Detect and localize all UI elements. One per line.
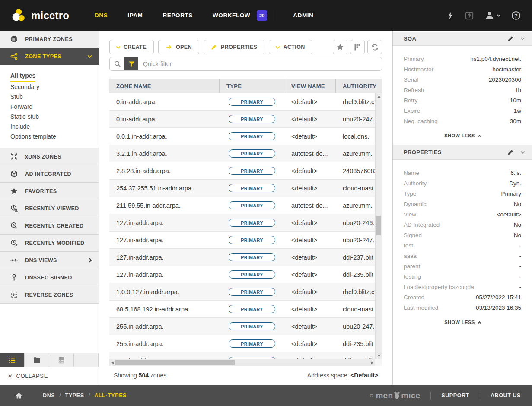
property-key: Last modified — [404, 303, 438, 313]
sidebar-tab-server[interactable] — [49, 353, 74, 367]
zone-type-filter-include[interactable]: Include — [10, 122, 99, 132]
property-key: Serial — [404, 75, 419, 85]
view-name-cell: <default> — [284, 271, 336, 278]
table-row[interactable]: 127.in-addr.arpa.PRIMARY<default>ubu20-2… — [109, 232, 382, 249]
table-row[interactable]: 127.in-addr.arpa.PRIMARY<default>ubu20-2… — [109, 214, 382, 232]
open-button[interactable]: OPEN — [158, 40, 199, 54]
sidebar-item-recently-created[interactable]: RECENTLY CREATED — [0, 217, 99, 235]
soa-show-less-button[interactable]: SHOW LESS — [393, 128, 532, 145]
quick-filter-input[interactable] — [138, 60, 382, 67]
properties-show-less-button[interactable]: SHOW LESS — [393, 315, 532, 331]
table-row[interactable]: 1.0.0.127.in-addr.arpa.PRIMARY<default>r… — [109, 283, 382, 301]
collapse-button[interactable]: « COLLAPSE — [0, 367, 99, 385]
table-row[interactable]: 254.37.255.51.in-addr.arpa.PRIMARY<defau… — [109, 180, 382, 197]
xdns-icon — [10, 153, 18, 160]
support-link[interactable]: SUPPORT — [441, 393, 469, 399]
action-button[interactable]: ACTION — [269, 40, 312, 54]
breadcrumb-item-dns[interactable]: DNS — [43, 393, 55, 399]
zone-type-filter-static-stub[interactable]: Static-stub — [10, 112, 99, 122]
sidebar-tab-list[interactable] — [0, 353, 25, 367]
table-row[interactable]: 0.0.1.in-addr.arpa.PRIMARY<default>local… — [109, 128, 382, 145]
zone-type-filter-options-template[interactable]: Options template — [10, 132, 99, 142]
help-icon[interactable]: ? — [511, 11, 521, 20]
funnel-icon — [128, 61, 135, 67]
table-row[interactable]: 68.5.168.192.in-addr.arpa.PRIMARY<defaul… — [109, 301, 382, 318]
column-header-type[interactable]: TYPE — [220, 79, 284, 93]
home-icon[interactable] — [15, 392, 22, 399]
breadcrumb-item-all-types[interactable]: ALL-TYPES — [94, 393, 127, 399]
property-key: parent — [404, 261, 420, 272]
scroll-up-button[interactable] — [376, 93, 382, 100]
create-button[interactable]: CREATE — [109, 40, 154, 54]
server-icon — [58, 357, 65, 364]
horizontal-scrollbar[interactable] — [109, 359, 375, 366]
edit-pencil-icon[interactable] — [507, 149, 514, 155]
breadcrumb-separator: / — [59, 393, 61, 399]
sidebar-item-recently-viewed[interactable]: RECENTLY VIEWED — [0, 200, 99, 217]
breadcrumb-item-types[interactable]: TYPES — [65, 393, 84, 399]
about-us-link[interactable]: ABOUT US — [491, 393, 521, 399]
favorite-star-button[interactable] — [333, 40, 347, 54]
zone-name-cell: 255.in-addr.arpa. — [109, 323, 220, 330]
sidebar-item-xdns-zones[interactable]: xDNS ZONES — [0, 148, 99, 165]
column-header-zone-name[interactable]: ZONE NAME — [109, 79, 220, 93]
scroll-right-button[interactable] — [369, 359, 375, 366]
table-row[interactable]: 127.in-addr.arpa.PRIMARY<default>ddi-235… — [109, 266, 382, 283]
zone-type-filter-forward[interactable]: Forward — [10, 102, 99, 112]
properties-button[interactable]: PROPERTIES — [204, 40, 265, 54]
micetro-logo[interactable]: micetro — [11, 8, 85, 23]
sidebar-item-reverse-zones[interactable]: REVERSE ZONES — [0, 286, 99, 304]
sidebar-item-ad-integrated[interactable]: AD INTEGRATED — [0, 165, 99, 183]
horizontal-scroll-thumb[interactable] — [115, 360, 235, 365]
nav-item-ipam[interactable]: IPAM — [127, 12, 143, 19]
table-row[interactable]: 211.59.55.in-addr.arpa.PRIMARYautotest-d… — [109, 197, 382, 214]
scroll-down-button[interactable] — [376, 352, 382, 359]
footer: DNS/TYPES/ALL-TYPES © men mice SUPPORT A… — [0, 385, 532, 406]
column-header-authority[interactable]: AUTHORITY — [336, 79, 382, 93]
sidebar-item-dnssec-signed[interactable]: DNSSEC SIGNED — [0, 269, 99, 286]
sidebar-tab-folder[interactable] — [25, 353, 49, 367]
sidebar-item-favorites[interactable]: FAVORITES — [0, 183, 99, 200]
table-row[interactable]: 0.in-addr.arpa.PRIMARY<default>rhel9.bli… — [109, 93, 382, 111]
chevron-down-icon[interactable] — [521, 36, 525, 40]
menandmice-logo[interactable]: © men mice — [370, 391, 420, 400]
refresh-button[interactable] — [367, 40, 382, 54]
sidebar-item-recently-modified[interactable]: RECENTLY MODIFIED — [0, 235, 99, 252]
table-row[interactable]: 127.in-addr.arpa.PRIMARY<default>ddi-237… — [109, 249, 382, 266]
sidebar-section-zone-types[interactable]: ZONE TYPES — [0, 48, 99, 65]
sidebar-section-primary-zones[interactable]: PRIMARY ZONES — [0, 31, 99, 48]
vertical-scrollbar[interactable] — [375, 93, 382, 359]
chevron-down-icon[interactable] — [521, 149, 525, 154]
sidebar-item-dns-views[interactable]: DNS VIEWS — [0, 252, 99, 269]
scroll-left-button[interactable] — [109, 359, 116, 366]
user-menu[interactable] — [485, 11, 500, 20]
property-value: - — [519, 261, 522, 272]
zone-type-filter-stub[interactable]: Stub — [10, 92, 99, 102]
zone-type-filter-all-types[interactable]: All types — [10, 71, 99, 82]
edit-pencil-icon[interactable] — [507, 35, 514, 42]
nav-item-admin[interactable]: ADMIN — [293, 12, 313, 19]
vertical-scroll-thumb[interactable] — [376, 216, 381, 235]
nav-item-reports[interactable]: REPORTS — [162, 12, 192, 19]
bolt-icon[interactable] — [447, 11, 454, 20]
show-less-label: SHOW LESS — [444, 320, 475, 325]
zone-type-filter-secondary[interactable]: Secondary — [10, 82, 99, 92]
property-row: AuthorityDyn. — [404, 178, 521, 189]
column-header-view-name[interactable]: VIEW NAME — [284, 79, 336, 93]
filter-funnel-button[interactable] — [124, 57, 138, 71]
table-row[interactable]: 255.in-addr.arpa.PRIMARY<default>ubu20-2… — [109, 318, 382, 335]
table-row[interactable]: 0.in-addr.arpa.PRIMARY<default>ubu20-247… — [109, 111, 382, 128]
table-row[interactable]: 2.8.28.in-addr.arpa.PRIMARY<default>2403… — [109, 162, 382, 180]
view-name-cell: autotest-de... — [284, 202, 336, 209]
nav-item-workflow[interactable]: WORKFLOW — [213, 12, 250, 19]
nav-item-dns[interactable]: DNS — [95, 12, 108, 19]
properties-title: PROPERTIES — [404, 149, 442, 155]
flag-button[interactable] — [350, 40, 365, 54]
box-up-icon[interactable] — [465, 11, 474, 20]
property-row: Created05/27/2022 15:41 — [404, 292, 521, 303]
workflow-count-badge[interactable]: 20 — [257, 10, 267, 21]
property-value: - — [519, 251, 522, 261]
table-header: ZONE NAMETYPEVIEW NAMEAUTHORITY — [109, 79, 382, 93]
table-row[interactable]: 255.in-addr.arpa.PRIMARY<default>ddi-235… — [109, 335, 382, 352]
table-row[interactable]: 3.2.1.in-addr.arpa.PRIMARYautotest-de...… — [109, 145, 382, 162]
